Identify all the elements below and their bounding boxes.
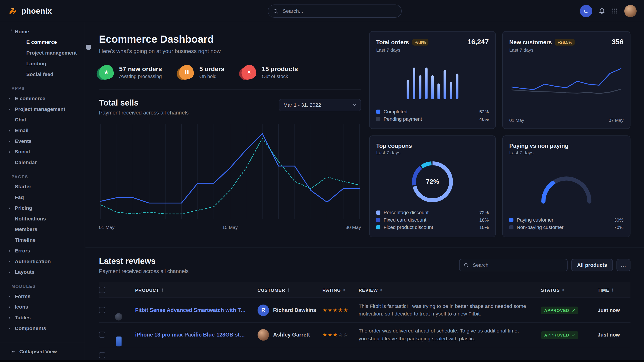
sidebar-item-authentication[interactable]: Authentication (0, 256, 84, 267)
legend-label: Pending payment (384, 116, 422, 122)
legend-value: 70% (614, 225, 624, 230)
card-value: 356 (612, 38, 624, 46)
sidebar-item-calendar[interactable]: Calendar (0, 157, 84, 168)
caret-icon (8, 129, 11, 132)
on-hold-pause-icon (179, 65, 194, 80)
product-link[interactable]: Fitbit Sense Advanced Smartwatch with To… (135, 307, 258, 313)
column-time[interactable]: TIME▲▼ (587, 288, 630, 293)
sidebar-item-e-commerce[interactable]: E commerce (0, 93, 84, 104)
sidebar-item-social[interactable]: Social (0, 146, 84, 157)
table-body: Fitbit Sense Advanced Smartwatch with To… (99, 298, 630, 347)
caret-icon (8, 271, 11, 274)
caret-icon (8, 140, 11, 143)
global-search[interactable] (268, 4, 402, 18)
sidebar-item-layouts[interactable]: Layouts (0, 267, 84, 278)
legend-label: Fixed card discount (384, 217, 426, 223)
all-products-button[interactable]: All products (571, 259, 613, 271)
column-review[interactable]: REVIEW▲▼ (358, 288, 541, 293)
sidebar-item-components[interactable]: Components (0, 323, 84, 334)
caret-icon (8, 150, 11, 153)
theme-toggle-button[interactable] (580, 5, 592, 17)
x-tick: 30 May (346, 225, 361, 230)
apps-grid-button[interactable] (612, 7, 618, 14)
legend-swatch (509, 218, 513, 222)
review-time: Just now (587, 307, 630, 313)
legend-label: Percentage discount (384, 210, 428, 216)
reviews-search-input[interactable] (472, 262, 563, 268)
sidebar-item-email[interactable]: Email (0, 125, 84, 136)
stat-caption: Awating processing (119, 73, 162, 79)
sidebar-item-e-commerce[interactable]: E commerce (0, 37, 84, 48)
card-title: Paying vs non paying (509, 142, 568, 149)
sidebar-item-chat[interactable]: Chat (0, 114, 84, 125)
legend-swatch (376, 218, 380, 222)
donut-center-label: 72% (426, 178, 439, 185)
paying-gauge-chart (532, 166, 601, 205)
collapsed-view-toggle[interactable]: Collapsed View (0, 343, 84, 360)
sidebar-item-pricing[interactable]: Pricing (0, 203, 84, 214)
more-options-button[interactable]: ... (616, 259, 630, 271)
global-search-input[interactable] (282, 8, 396, 14)
select-all-checkbox[interactable] (99, 287, 105, 293)
sidebar-item-starter[interactable]: Starter (0, 181, 84, 192)
brand[interactable]: phoenix (8, 5, 52, 16)
sidebar-item-errors[interactable]: Errors (0, 246, 84, 256)
sidebar-item-timeline[interactable]: Timeline (0, 235, 84, 246)
sidebar-item-home[interactable]: Home (0, 26, 84, 37)
new-orders-star-icon: ★ (99, 65, 114, 80)
card-period: Last 7 days (509, 150, 624, 155)
x-tick: 15 May (222, 225, 238, 230)
x-tick: 01 May (509, 118, 524, 123)
collapsed-view-label: Collapsed View (19, 349, 57, 355)
column-rating[interactable]: RATING▲▼ (322, 288, 359, 293)
customer-avatar[interactable] (258, 329, 269, 340)
sidebar-item-landing[interactable]: Landing (0, 58, 84, 69)
sidebar-item-forms[interactable]: Forms (0, 291, 84, 302)
reviews-search[interactable] (459, 259, 568, 271)
sidebar-item-project-management[interactable]: Project management (0, 48, 84, 58)
sidebar-item-tables[interactable]: Tables (0, 312, 84, 323)
sidebar: HomeE commerceProject managementLandingS… (0, 22, 85, 360)
sidebar-item-project-management[interactable]: Project management (0, 104, 84, 114)
stat-value: 5 orders (200, 65, 224, 73)
review-text: The order was delivered ahead of schedul… (358, 327, 541, 342)
column-status[interactable]: STATUS▲▼ (541, 288, 587, 293)
product-link[interactable]: iPhone 13 pro max-Pacific Blue-128GB sto… (135, 332, 258, 338)
page-title: Ecommerce Dashboard (99, 33, 361, 45)
legend-value: 18% (479, 218, 489, 223)
stat-value: 15 products (262, 65, 298, 73)
change-badge: +26.5% (555, 39, 575, 45)
row-checkbox[interactable] (99, 307, 105, 313)
sidebar-item-social-feed[interactable]: Social feed (0, 69, 84, 80)
sidebar-item-members[interactable]: Members (0, 224, 84, 235)
new-customers-x-axis: 01 May 07 May (509, 115, 624, 123)
search-icon (464, 263, 468, 268)
total-sells-chart: 01 May 15 May 30 May (99, 123, 361, 230)
row-checkbox[interactable] (99, 332, 105, 338)
out-of-stock-x-icon: × (242, 65, 256, 80)
change-badge: -6.8% (412, 39, 428, 45)
column-customer[interactable]: CUSTOMER▲▼ (258, 288, 322, 293)
column-product[interactable]: PRODUCT▲▼ (135, 288, 258, 293)
status-badge: APPROVED (541, 331, 578, 339)
caret-icon (8, 327, 11, 330)
notifications-button[interactable] (598, 7, 605, 14)
total-sells-subtitle: Payment received across all channels (99, 110, 189, 116)
stat-caption: Out of stock (262, 73, 298, 79)
sidebar-item-icons[interactable]: Icons (0, 302, 84, 312)
user-avatar[interactable] (624, 5, 636, 17)
sidebar-item-events[interactable]: Events (0, 136, 84, 147)
sidebar-item-faq[interactable]: Faq (0, 192, 84, 203)
caret-icon (8, 306, 11, 309)
legend-swatch (376, 117, 380, 121)
status-badge: APPROVED (541, 306, 578, 314)
legend-label: Fixed product discount (384, 225, 433, 230)
sidebar-item-notifications[interactable]: Notifications (0, 213, 84, 224)
grid-icon (612, 7, 618, 14)
row-checkbox[interactable] (99, 352, 105, 359)
table-row: Fitbit Sense Advanced Smartwatch with To… (99, 298, 630, 323)
kpi-cards: Total orders -6.8% 16,247 Last 7 days Co… (369, 31, 630, 237)
card-title: Total orders (376, 39, 409, 45)
date-range-select[interactable]: Mar 1 - 31, 2022 (279, 99, 361, 111)
customer-avatar[interactable]: R (258, 304, 269, 316)
